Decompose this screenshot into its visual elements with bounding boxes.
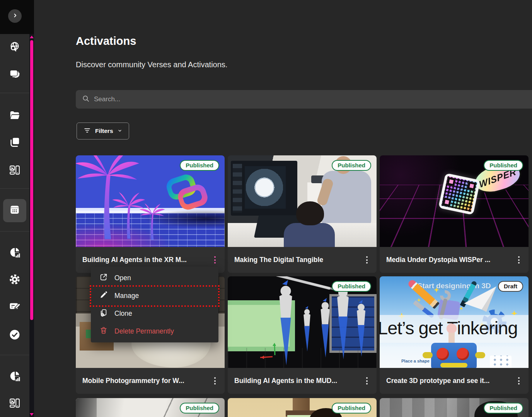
status-badge: Published xyxy=(484,160,523,171)
status-badge: Published xyxy=(484,403,523,414)
card-title: Create 3D prototype and see it... xyxy=(386,377,513,385)
card-menu-button-active[interactable] xyxy=(209,253,221,267)
sidebar-item-templates[interactable] xyxy=(0,136,29,150)
sidebar-item-settings[interactable] xyxy=(0,274,29,287)
sidebar-item-discover[interactable] xyxy=(0,41,29,54)
copy-plus-icon xyxy=(99,308,108,319)
sidebar-item-approvals[interactable] xyxy=(0,329,29,342)
card-title: Mobile Photogrammetry for W... xyxy=(82,377,209,385)
card-title-bar: Create 3D prototype and see it... xyxy=(380,368,529,394)
card-thumbnail: Published xyxy=(76,155,225,247)
menu-item-delete-permanently[interactable]: Delete Permanently xyxy=(91,322,218,340)
qr-sticker xyxy=(438,173,480,215)
card-title: Building AI Agents in the XR M... xyxy=(82,256,209,264)
card-thumbnail: Start designing in 3D xyxy=(380,276,529,368)
filter-lines-icon xyxy=(84,127,91,136)
status-badge: Published xyxy=(332,403,371,414)
chevron-right-icon xyxy=(12,12,19,20)
status-badge-draft: Draft xyxy=(498,281,523,292)
card-thumbnail: WISPER Published xyxy=(380,155,529,247)
card-menu-button[interactable] xyxy=(513,253,525,267)
sidebar-header xyxy=(0,0,34,34)
sidebar-expand-button[interactable] xyxy=(8,9,22,23)
page-title: Activations xyxy=(76,35,136,48)
globe-search-icon xyxy=(9,41,20,54)
menu-item-label: Delete Permanently xyxy=(114,327,174,335)
card-title: Making The Digital Tangible xyxy=(234,256,361,264)
card-row3-2[interactable]: Published xyxy=(228,398,377,417)
card-title-bar: Making The Digital Tangible xyxy=(228,247,377,273)
sidebar-item-media-devices-2[interactable] xyxy=(0,397,29,410)
card-title-bar: Mobile Photogrammetry for W... xyxy=(76,368,225,394)
filters-button-label: Filters xyxy=(95,128,113,134)
sidebar-item-analytics[interactable] xyxy=(0,247,29,260)
sidebar-item-content-editor[interactable] xyxy=(0,300,29,313)
status-badge: Published xyxy=(332,281,371,292)
search-icon xyxy=(82,95,90,104)
card-thumbnail: Published xyxy=(76,398,225,417)
card-media-under-dystopia[interactable]: WISPER Published Media Under Dystopia WI… xyxy=(380,155,529,273)
person-sitting xyxy=(284,223,335,247)
sidebar-item-activations-selected[interactable] xyxy=(3,199,26,222)
card-building-ai-agents-xr[interactable]: Published Building AI Agents in the XR M… xyxy=(76,155,225,273)
card-title-bar: Media Under Dystopia WISPer ... xyxy=(380,247,529,273)
gear-icon xyxy=(9,274,20,287)
sidebar xyxy=(0,0,34,417)
card-menu-button[interactable] xyxy=(361,374,373,388)
card-context-menu: Open Manage Clone xyxy=(91,267,218,342)
folder-open-icon xyxy=(9,109,20,123)
main-content: Activations Discover community Verses an… xyxy=(34,0,532,417)
status-badge: Published xyxy=(180,160,219,171)
card-thumbnail: Published xyxy=(380,398,529,417)
chevron-down-icon xyxy=(118,128,122,134)
sparkle-decoration xyxy=(459,306,463,310)
search-bar[interactable] xyxy=(76,90,532,109)
menu-item-manage[interactable]: Manage xyxy=(91,287,218,305)
status-badge: Published xyxy=(180,403,219,414)
search-input[interactable] xyxy=(94,95,532,103)
layer-stack-icon xyxy=(9,68,20,81)
scrollbar-up-arrow[interactable] xyxy=(30,36,34,38)
pie-chart-icon xyxy=(9,370,20,383)
sidebar-item-collections[interactable] xyxy=(0,68,29,81)
card-menu-button[interactable] xyxy=(361,253,373,267)
card-thumbnail: Published xyxy=(228,155,377,247)
menu-item-open[interactable]: Open xyxy=(91,269,218,287)
card-title: Building AI Agents in the MUD... xyxy=(234,377,361,385)
scrollbar-down-arrow[interactable] xyxy=(30,413,34,416)
sidebar-scrollbar[interactable] xyxy=(29,34,34,417)
menu-item-label: Clone xyxy=(114,310,132,318)
shapes-panel xyxy=(490,356,512,368)
trash-icon xyxy=(99,326,108,337)
calendar-grid-icon xyxy=(9,204,20,217)
card-row3-1[interactable]: Published xyxy=(76,398,225,417)
sidebar-item-media-devices[interactable] xyxy=(0,164,29,177)
filters-button[interactable]: Filters xyxy=(77,123,129,140)
card-building-ai-agents-mud[interactable]: Published Building AI Agents in the MUD.… xyxy=(228,276,377,394)
card-menu-button[interactable] xyxy=(513,374,525,388)
scrollbar-thumb[interactable] xyxy=(30,40,33,320)
card-making-digital-tangible[interactable]: Published Making The Digital Tangible xyxy=(228,155,377,273)
sidebar-divider xyxy=(0,93,29,93)
pie-chart-icon xyxy=(9,247,20,260)
tinkercad-bottom-caption: Place a shape xyxy=(401,359,430,363)
monitor-shape xyxy=(231,161,297,216)
pencil-icon xyxy=(99,291,108,301)
sidebar-divider xyxy=(0,231,29,231)
menu-item-label: Open xyxy=(114,274,131,282)
card-create-3d-prototype[interactable]: Start designing in 3D xyxy=(380,276,529,394)
sidebar-divider xyxy=(0,188,29,189)
sidebar-divider xyxy=(0,355,29,355)
page-subtitle: Discover community Verses and Activation… xyxy=(76,60,227,69)
menu-item-clone[interactable]: Clone xyxy=(91,305,218,322)
card-row3-3[interactable]: Published xyxy=(380,398,529,417)
menu-item-label: Manage xyxy=(114,292,139,300)
card-edit-icon xyxy=(9,300,20,313)
card-thumbnail: Published xyxy=(228,276,377,368)
check-circle-icon xyxy=(9,329,20,342)
card-menu-button[interactable] xyxy=(209,374,221,388)
copilot-logo xyxy=(164,172,211,218)
sidebar-rail xyxy=(0,34,29,417)
sidebar-item-analytics-2[interactable] xyxy=(0,370,29,383)
sidebar-item-files[interactable] xyxy=(0,109,29,123)
